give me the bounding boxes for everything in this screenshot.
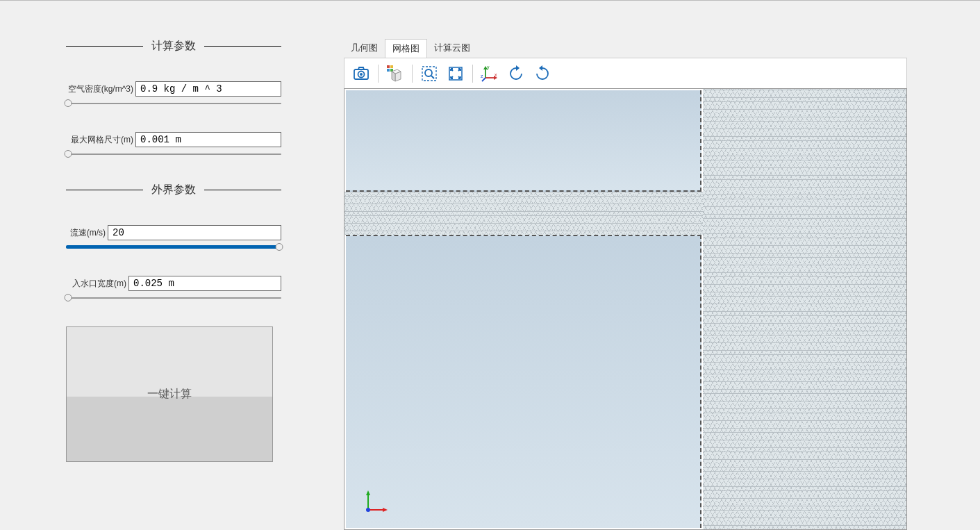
divider: [66, 46, 143, 47]
inlet-width-input[interactable]: [128, 276, 281, 291]
rotate-ccw-button[interactable]: [504, 61, 529, 86]
svg-point-8: [425, 69, 432, 76]
max-mesh-label: 最大网格尺寸(m): [66, 134, 135, 146]
divider: [66, 190, 143, 190]
flow-speed-input[interactable]: [108, 225, 281, 240]
cube-view-button[interactable]: [383, 61, 408, 86]
main-panel: 几何图 网格图 计算云图: [344, 1, 980, 530]
svg-rect-3: [387, 65, 390, 68]
sidebar: 计算参数 空气密度(kg/m^3) 最大网格尺寸(m): [0, 1, 344, 530]
flow-speed-row: 流速(m/s): [66, 225, 281, 240]
rotate-cw-button[interactable]: [530, 61, 555, 86]
zoom-box-icon: [421, 65, 438, 82]
rotate-ccw-icon: [507, 65, 525, 83]
calc-params-header: 计算参数: [66, 39, 281, 53]
screenshot-icon: [353, 66, 369, 81]
slider-thumb[interactable]: [65, 150, 72, 158]
viewport[interactable]: [344, 88, 907, 530]
svg-rect-4: [390, 65, 393, 68]
screenshot-button[interactable]: [349, 61, 374, 86]
external-params-header: 外界参数: [66, 183, 281, 197]
tabs: 几何图 网格图 计算云图: [344, 39, 907, 58]
zoom-box-button[interactable]: [417, 61, 442, 86]
toolbar-separator: [472, 65, 473, 83]
axes-icon: y x z: [481, 65, 499, 83]
coordinate-triad-icon: [363, 488, 390, 515]
main-container: 计算参数 空气密度(kg/m^3) 最大网格尺寸(m): [0, 0, 980, 530]
section-title: 外界参数: [143, 183, 204, 197]
max-mesh-slider[interactable]: [66, 150, 281, 158]
flow-speed-slider[interactable]: [66, 243, 281, 251]
max-mesh-row: 最大网格尺寸(m): [66, 132, 281, 147]
svg-text:x: x: [495, 72, 497, 77]
section-title: 计算参数: [143, 39, 204, 53]
toolbar-separator: [412, 65, 413, 83]
svg-line-9: [431, 76, 434, 78]
max-mesh-input[interactable]: [135, 132, 281, 147]
slider-thumb[interactable]: [65, 99, 72, 107]
svg-rect-5: [387, 69, 390, 72]
air-density-slider[interactable]: [66, 99, 281, 108]
divider: [204, 46, 281, 47]
axes-button[interactable]: y x z: [477, 61, 502, 86]
flow-speed-label: 流速(m/s): [66, 227, 108, 239]
air-density-row: 空气密度(kg/m^3): [66, 81, 281, 97]
air-density-input[interactable]: [135, 81, 281, 97]
compute-button[interactable]: 一键计算: [66, 326, 273, 462]
tab-results[interactable]: 计算云图: [427, 39, 477, 58]
rotate-cw-icon: [533, 65, 551, 83]
zoom-extents-button[interactable]: [443, 61, 468, 86]
tab-mesh[interactable]: 网格图: [385, 39, 427, 58]
zoom-extents-icon: [447, 65, 464, 82]
svg-point-2: [360, 73, 363, 76]
cube-view-icon: [386, 65, 404, 83]
toolbar-separator: [378, 65, 379, 83]
svg-point-19: [366, 508, 370, 512]
solid-block-top: [346, 90, 701, 192]
inlet-width-row: 入水口宽度(m): [66, 276, 281, 291]
mesh-channel-vertical: [703, 89, 906, 529]
inlet-width-slider[interactable]: [66, 294, 281, 302]
slider-thumb[interactable]: [65, 294, 72, 301]
svg-text:y: y: [487, 65, 490, 70]
inlet-width-label: 入水口宽度(m): [66, 278, 128, 290]
solid-block-bottom: [346, 235, 701, 528]
air-density-label: 空气密度(kg/m^3): [66, 83, 135, 95]
tab-geometry[interactable]: 几何图: [344, 39, 385, 58]
slider-thumb[interactable]: [275, 243, 283, 251]
toolbar: y x z: [344, 58, 907, 88]
divider: [204, 190, 281, 190]
svg-text:z: z: [481, 74, 483, 78]
